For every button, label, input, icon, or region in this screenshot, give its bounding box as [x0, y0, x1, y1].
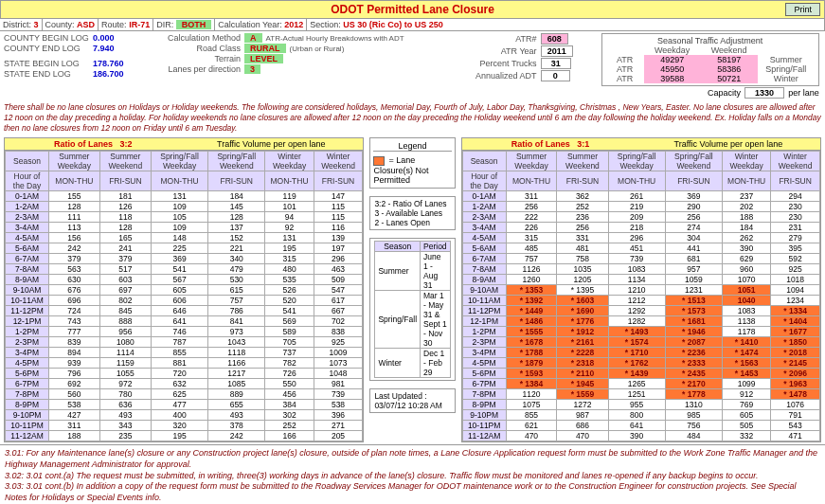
cell: 290	[665, 202, 722, 212]
season-period-box: SeasonPeriodSummerJune 1 - Aug 31Spring/…	[369, 238, 455, 381]
cell: * 1449	[506, 306, 557, 316]
cell: 787	[151, 337, 207, 348]
cell: 369	[665, 191, 722, 202]
cel-val: 7.940	[93, 44, 115, 53]
cell: 4-5PM	[462, 358, 506, 369]
cell: 10-11PM	[462, 421, 506, 431]
cell: 888	[99, 316, 151, 327]
sp-cell: Mar 1 - May 31 & Sept 1 - Nov 30	[421, 290, 451, 348]
cell: 156	[49, 233, 100, 243]
cell: 1114	[99, 348, 151, 358]
cell: 5-6PM	[6, 369, 49, 379]
cell: 538	[314, 400, 363, 410]
cell: 8-9AM	[462, 275, 506, 285]
lpd-lbl: Lanes per direction	[155, 64, 241, 74]
cell: 332	[723, 431, 771, 441]
cell: 128	[208, 212, 265, 223]
cell: 9-10PM	[6, 410, 49, 421]
cell: 1120	[506, 389, 557, 400]
table-row: 8-9PM1075127295513107691076	[462, 400, 819, 410]
cell: * 2435	[665, 369, 722, 379]
cell: 1080	[99, 337, 151, 348]
table-row: 2-3PM83910807871043705925	[6, 337, 363, 348]
cell: 271	[314, 421, 363, 431]
cell: 8-9AM	[6, 275, 49, 285]
cell: 1075	[506, 400, 557, 410]
col-hdr: Summer Weekend	[557, 152, 608, 171]
table-row: 4-5AM315331296304262279	[462, 233, 819, 243]
cell: 400	[151, 410, 207, 421]
cell: 1073	[314, 358, 363, 369]
cell: 1051	[723, 285, 771, 296]
cell: 796	[49, 369, 100, 379]
cell: 1009	[314, 348, 363, 358]
cell: 702	[314, 316, 363, 327]
cell: 0-1AM	[462, 191, 506, 202]
atryear-lbl: ATR Year	[452, 46, 537, 56]
cell: 320	[151, 421, 207, 431]
atryear-val: 2011	[541, 45, 573, 57]
table-row: 9-10PM427493400493302396	[6, 410, 363, 421]
table-row: 3-4PM* 1788* 2228* 1710* 2236* 1474* 201…	[462, 348, 819, 358]
cell: 2-3PM	[6, 337, 49, 348]
cell: 456	[265, 389, 314, 400]
col-hdr2: FRI-SUN	[771, 171, 820, 191]
cell: 889	[208, 389, 265, 400]
cell: 1272	[557, 400, 608, 410]
cell: 166	[265, 431, 314, 441]
cell: * 2018	[771, 348, 820, 358]
cell: * 1574	[608, 337, 665, 348]
district-val: 3	[34, 20, 39, 29]
cell: 362	[557, 191, 608, 202]
sel-val: 186.700	[93, 69, 124, 79]
ratio-l1: 3:2 - Ratio Of Lanes	[374, 199, 450, 208]
cell: 1040	[723, 296, 771, 306]
route-val: IR-71	[129, 20, 150, 29]
cell: 202	[723, 202, 771, 212]
cell: * 1945	[557, 379, 608, 389]
cell: 12-1PM	[6, 316, 49, 327]
table-row: 10-11PM621686641756505543	[462, 421, 819, 431]
cell: * 1384	[506, 379, 557, 389]
cell: 1234	[771, 296, 820, 306]
cell: 148	[151, 233, 207, 243]
cell: * 1603	[557, 296, 608, 306]
cell: 109	[151, 223, 207, 233]
cell: 252	[265, 421, 314, 431]
cell: 230	[771, 212, 820, 223]
cell: 9-10AM	[462, 285, 506, 296]
cell: 726	[265, 369, 314, 379]
cell: 11-12PM	[462, 306, 506, 316]
table-row: 5-6PM* 1593* 2110* 1439* 2435* 1453* 209…	[462, 369, 819, 379]
cell: 311	[506, 191, 557, 202]
cell: 1310	[665, 400, 722, 410]
cell: 195	[151, 431, 207, 441]
print-button[interactable]: Print	[785, 3, 820, 16]
cell: 1231	[665, 285, 722, 296]
sp-cell: Spring/Fall	[375, 290, 421, 348]
cell: * 2087	[665, 337, 722, 348]
cell: * 1410	[723, 337, 771, 348]
cell: 9-10PM	[462, 410, 506, 421]
col-hdr2: MON-THU	[608, 171, 665, 191]
cell: * 1573	[665, 306, 722, 316]
cell: 621	[506, 421, 557, 431]
table-row: 1-2AM128126109145101115	[6, 202, 363, 212]
cell: 5-6PM	[462, 369, 506, 379]
cell: 632	[151, 379, 207, 389]
calcyear-lbl: Calculation Year:	[218, 20, 282, 29]
cell: 802	[99, 296, 151, 306]
cell: 0-1AM	[6, 191, 49, 202]
cell: 543	[771, 421, 820, 431]
section-val: US 30 (Ric Co) to US 250	[343, 20, 443, 29]
col-hdr2: FRI-SUN	[314, 171, 363, 191]
table-row: 11-12AM188235195242166205	[6, 431, 363, 441]
cell: 242	[49, 243, 100, 254]
cell: 973	[208, 327, 265, 337]
table-row: 7-8PM1120* 15591251* 1778912* 1478	[462, 389, 819, 400]
cell: 743	[49, 316, 100, 327]
cell: 184	[208, 191, 265, 202]
cell: 1166	[208, 358, 265, 369]
cell: 881	[151, 358, 207, 369]
cell: 279	[771, 233, 820, 243]
